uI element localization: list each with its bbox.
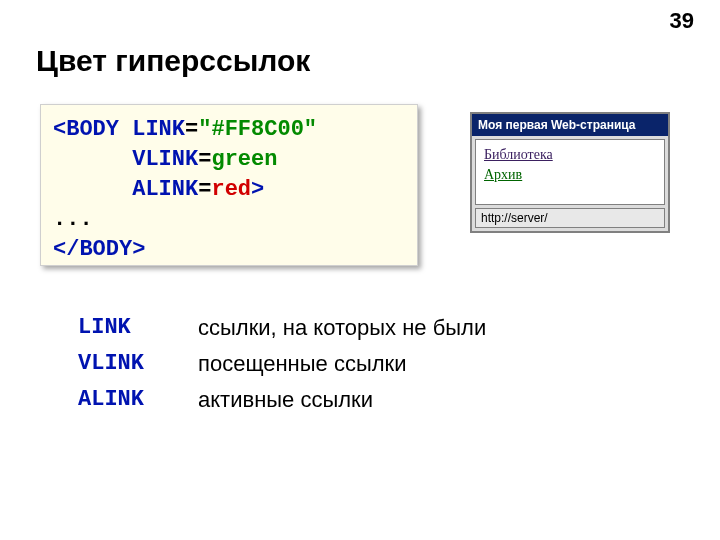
page-title: Цвет гиперссылок (36, 44, 310, 78)
definition-row: LINK ссылки, на которых не были (78, 310, 486, 346)
definitions: LINK ссылки, на которых не были VLINK по… (78, 310, 486, 418)
code-token (53, 177, 132, 202)
code-token: red (211, 177, 251, 202)
browser-viewport: Библиотека Архив (475, 139, 665, 205)
desc-alink: активные ссылки (198, 382, 373, 418)
code-token: VLINK (132, 147, 198, 172)
code-token: ALINK (132, 177, 198, 202)
term-vlink: VLINK (78, 346, 198, 382)
code-token: = (198, 147, 211, 172)
code-token: = (185, 117, 198, 142)
definition-row: ALINK активные ссылки (78, 382, 486, 418)
definition-row: VLINK посещенные ссылки (78, 346, 486, 382)
browser-mock: Моя первая Web-страница Библиотека Архив… (470, 112, 670, 233)
code-token: "#FF8C00" (198, 117, 317, 142)
code-token: green (211, 147, 277, 172)
page-number: 39 (670, 8, 694, 34)
term-alink: ALINK (78, 382, 198, 418)
code-token: ... (53, 207, 93, 232)
term-link: LINK (78, 310, 198, 346)
code-token: > (251, 177, 264, 202)
code-token: </BODY> (53, 237, 145, 262)
desc-link: ссылки, на которых не были (198, 310, 486, 346)
sample-link-visited: Архив (484, 165, 656, 185)
desc-vlink: посещенные ссылки (198, 346, 407, 382)
sample-link-unvisited: Библиотека (484, 145, 656, 165)
browser-titlebar: Моя первая Web-страница (472, 114, 668, 136)
code-token (53, 147, 132, 172)
code-block: <BODY LINK="#FF8C00" VLINK=green ALINK=r… (40, 104, 418, 266)
browser-statusbar: http://server/ (475, 208, 665, 228)
code-token: = (198, 177, 211, 202)
code-token: <BODY LINK (53, 117, 185, 142)
